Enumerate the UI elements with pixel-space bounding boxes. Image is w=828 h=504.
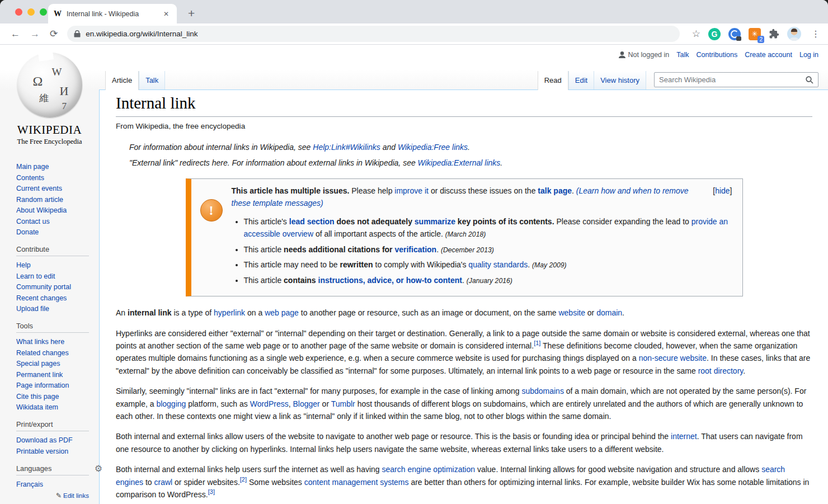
back-icon[interactable]: ← <box>6 29 25 40</box>
bookmark-star-icon[interactable]: ☆ <box>692 28 700 40</box>
sidebar-item-community-portal[interactable]: Community portal <box>16 283 93 291</box>
tab-edit[interactable]: Edit <box>568 71 594 90</box>
sidebar-item-help[interactable]: Help <box>16 261 93 269</box>
sidebar-item-recent-changes[interactable]: Recent changes <box>16 294 93 302</box>
inline-link[interactable]: content management systems <box>304 478 409 487</box>
orange-extension-icon[interactable]: ✳2 <box>749 28 761 40</box>
search-icon[interactable] <box>801 76 818 84</box>
inline-link[interactable]: Help:Link#Wikilinks <box>313 143 380 152</box>
sidebar-item-special-pages[interactable]: Special pages <box>16 360 93 368</box>
forward-icon[interactable]: → <box>25 29 45 40</box>
extensions-puzzle-icon[interactable] <box>769 29 779 39</box>
inline-link[interactable]: Wikipedia:External links <box>418 158 501 167</box>
language-settings-gear-icon[interactable]: ⚙ <box>95 463 102 474</box>
sidebar-item-permanent-link[interactable]: Permanent link <box>16 371 93 379</box>
grammarly-extension-icon[interactable]: G <box>708 28 721 40</box>
inline-link[interactable]: root directory <box>698 366 744 375</box>
personal-link-talk[interactable]: Talk <box>676 51 689 59</box>
sidebar-item-contact-us[interactable]: Contact us <box>16 218 93 225</box>
sidebar-item-cite-this-page[interactable]: Cite this page <box>16 393 93 401</box>
inline-link[interactable]: talk page <box>538 186 572 195</box>
browser-menu-icon[interactable]: ⋮ <box>809 29 822 39</box>
text-run: This article has multiple issues. <box>232 186 350 195</box>
text-run: This article's <box>244 217 289 226</box>
inline-link[interactable]: search engine optimization <box>382 465 476 474</box>
reference-link[interactable]: [2] <box>240 476 247 483</box>
pencil-icon: ✎ <box>56 492 62 500</box>
inline-link[interactable]: non-secure website <box>639 354 707 362</box>
tab-article[interactable]: Article <box>105 71 139 90</box>
close-window-button[interactable] <box>15 8 22 16</box>
personal-link-create-account[interactable]: Create account <box>745 51 792 59</box>
sidebar-item-related-changes[interactable]: Related changes <box>16 349 93 357</box>
inline-link[interactable]: Wikipedia:Free links <box>398 143 468 152</box>
sidebar-item-francais[interactable]: Français <box>16 481 93 488</box>
personal-link-log-in[interactable]: Log in <box>799 51 818 59</box>
sidebar-item-about-wikipedia[interactable]: About Wikipedia <box>16 206 93 214</box>
address-bar[interactable]: en.wikipedia.org/wiki/Internal_link <box>67 26 680 42</box>
privacy-extension-icon[interactable] <box>728 28 741 40</box>
issues-text: [hide] This article has multiple issues.… <box>232 185 735 289</box>
minimize-window-button[interactable] <box>27 8 35 16</box>
inline-link[interactable]: crawl <box>154 478 173 487</box>
browser-tab[interactable]: W Internal link - Wikipedia ✕ <box>48 4 177 23</box>
view-tabs: Read Edit View history <box>538 71 646 90</box>
sidebar-item-upload-file[interactable]: Upload file <box>16 305 93 313</box>
inline-link[interactable]: verification <box>394 245 436 254</box>
reload-icon[interactable]: ⟳ <box>45 28 63 40</box>
inline-link[interactable]: WordPress <box>250 399 289 408</box>
sidebar-item-download-as-pdf[interactable]: Download as PDF <box>16 436 93 444</box>
sidebar-item-page-information[interactable]: Page information <box>16 381 93 389</box>
text-run: does not adequately <box>335 217 415 226</box>
profile-avatar[interactable] <box>787 27 801 41</box>
text-run: For information about internal links in … <box>129 143 313 152</box>
tab-read[interactable]: Read <box>538 71 568 90</box>
tab-talk[interactable]: Talk <box>139 71 165 90</box>
sidebar-item-printable-version[interactable]: Printable version <box>16 448 93 455</box>
sidebar-item-what-links-here[interactable]: What links here <box>16 338 93 346</box>
inline-link[interactable]: Tumblr <box>331 399 355 408</box>
globe-glyph: 維 <box>40 92 49 105</box>
wikipedia-logo[interactable]: W Ω И 維 7 WIKIPEDIA The Free Encyclopedi… <box>0 53 99 146</box>
inline-link[interactable]: summarize <box>415 217 455 226</box>
sidebar-item-current-events[interactable]: Current events <box>16 185 93 192</box>
inline-link[interactable]: quality standards <box>468 260 528 269</box>
inline-link[interactable]: improve it <box>394 186 429 195</box>
text-run: Similarly, seemingly "internal" links ar… <box>116 387 521 395</box>
inline-link[interactable]: domain <box>596 308 622 317</box>
tab-view-history[interactable]: View history <box>594 71 646 90</box>
sidebar-item-contents[interactable]: Contents <box>16 174 93 182</box>
https-lock-icon[interactable] <box>74 30 81 37</box>
inline-link[interactable]: web page <box>265 308 299 317</box>
text-run: internal link <box>128 308 172 317</box>
page-url: en.wikipedia.org/wiki/Internal_link <box>86 30 197 38</box>
sidebar-item-wikidata-item[interactable]: Wikidata item <box>16 403 93 411</box>
search-input[interactable] <box>655 76 801 84</box>
new-tab-button[interactable]: + <box>184 7 199 20</box>
inline-link[interactable]: Blogger <box>293 399 319 408</box>
sidebar-item-random-article[interactable]: Random article <box>16 196 93 204</box>
zoom-window-button[interactable] <box>40 8 47 16</box>
issues-list: This article's lead section does not ade… <box>244 215 732 286</box>
text-run: (March 2018) <box>445 230 486 238</box>
inline-link[interactable]: blogging <box>156 399 186 408</box>
personal-link-contributions[interactable]: Contributions <box>697 51 738 59</box>
sidebar-item-donate[interactable]: Donate <box>16 228 93 236</box>
sidebar-item-main-page[interactable]: Main page <box>16 163 93 171</box>
text-run: value. Internal linking allows for good … <box>475 465 761 474</box>
edit-links-button[interactable]: ✎Edit links <box>16 492 89 500</box>
inline-link[interactable]: website <box>558 308 585 317</box>
inline-link[interactable]: subdomains <box>521 387 564 395</box>
text-run: and <box>380 143 398 152</box>
warning-icon: ! <box>200 199 223 222</box>
reference-link[interactable]: [1] <box>534 340 540 346</box>
hide-button[interactable]: [hide] <box>713 185 732 197</box>
inline-link[interactable]: hyperlink <box>214 308 245 317</box>
inline-link[interactable]: lead section <box>289 217 335 226</box>
inline-link[interactable]: internet <box>671 432 697 441</box>
sidebar-item-learn-to-edit[interactable]: Learn to edit <box>16 272 93 280</box>
close-tab-icon[interactable]: ✕ <box>161 9 171 19</box>
text-run: is a type of <box>172 308 214 317</box>
reference-link[interactable]: [3] <box>208 488 215 495</box>
inline-link[interactable]: instructions, advice, or how-to content <box>318 276 462 285</box>
